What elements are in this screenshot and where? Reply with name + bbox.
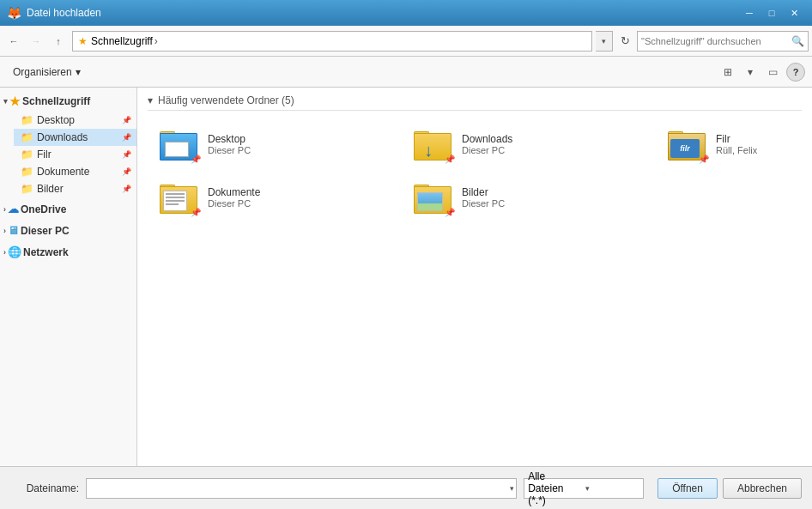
view-mode-button[interactable]: ⊞: [718, 62, 738, 82]
folder-thumb-filr: filr 📌: [666, 126, 707, 162]
folder-name-filr: Filr: [716, 133, 812, 145]
sidebar-quick-access-header[interactable]: ▾ ★ Schnellzugriff: [0, 91, 136, 112]
quick-access-items: 📁 Desktop 📌 📁 Downloads 📌 📁 Filr 📌 📁 Do: [0, 112, 136, 197]
folder-thumb-dokumente: 📌: [158, 179, 199, 215]
section-chevron-icon: ▾: [148, 94, 153, 106]
folder-info-dokumente: Dokumente Dieser PC: [208, 186, 385, 209]
folder-item-filr[interactable]: filr 📌 Filr Rüll, Felix: [659, 121, 812, 167]
bilder-pin-badge: 📌: [445, 208, 455, 217]
filetype-select[interactable]: Alle Dateien (*.*) ▾: [524, 478, 644, 499]
refresh-button[interactable]: ↻: [615, 31, 635, 52]
network-icon: 🌐: [8, 245, 21, 258]
organize-button[interactable]: Organisieren ▾: [7, 63, 87, 82]
thispc-icon: 🖥: [8, 224, 19, 237]
folder-info-downloads: Downloads Dieser PC: [462, 133, 639, 155]
folder-item-bilder[interactable]: 📌 Bilder Dieser PC: [405, 174, 645, 221]
sidebar-item-downloads[interactable]: 📁 Downloads 📌: [14, 129, 136, 146]
title-bar: 🦊 Datei hochladen ─ □ ✕: [0, 0, 812, 26]
thispc-chevron-icon: ›: [3, 227, 6, 235]
onedrive-chevron-icon: ›: [3, 205, 6, 214]
section-header: ▾ Häufig verwendete Ordner (5): [148, 94, 802, 111]
help-button[interactable]: ?: [786, 63, 805, 82]
organize-chevron-icon: ▾: [76, 66, 81, 78]
organize-label: Organisieren: [13, 66, 72, 78]
filename-input[interactable]: [90, 482, 499, 494]
title-bar-icon: 🦊: [7, 6, 21, 20]
folder-name-downloads: Downloads: [462, 133, 639, 145]
folder-sub-downloads: Dieser PC: [462, 145, 639, 155]
filr-pin-badge: 📌: [699, 155, 709, 164]
cancel-button[interactable]: Abbrechen: [723, 478, 802, 499]
sidebar-onedrive-group: › ☁ OneDrive: [0, 199, 136, 219]
sidebar-quick-access-group: ▾ ★ Schnellzugriff 📁 Desktop 📌 📁 Downloa…: [0, 91, 136, 197]
search-icon: 🔍: [791, 35, 804, 47]
bilder-folder-icon: 📁: [21, 183, 33, 195]
back-button[interactable]: ←: [3, 31, 24, 52]
sidebar-onedrive-header[interactable]: › ☁ OneDrive: [0, 199, 136, 219]
sidebar-thispc-label: Dieser PC: [21, 225, 70, 237]
star-icon: ★: [78, 35, 88, 47]
bilder-pin-icon: 📌: [122, 185, 131, 193]
address-chevron-icon: ›: [155, 35, 158, 47]
sidebar: ▾ ★ Schnellzugriff 📁 Desktop 📌 📁 Downloa…: [0, 88, 137, 466]
sidebar-network-label: Netzwerk: [23, 246, 69, 258]
folder-item-dokumente[interactable]: 📌 Dokumente Dieser PC: [151, 174, 391, 221]
up-button[interactable]: ↑: [48, 31, 69, 52]
sidebar-network-group: › 🌐 Netzwerk: [0, 242, 136, 262]
folder-item-downloads[interactable]: ↓ 📌 Downloads Dieser PC: [405, 121, 645, 167]
toolbar: Organisieren ▾ ⊞ ▾ ▭ ?: [0, 57, 812, 88]
downloads-pin-icon: 📌: [122, 133, 131, 142]
sidebar-item-desktop[interactable]: 📁 Desktop 📌: [14, 112, 136, 129]
folder-sub-bilder: Dieser PC: [462, 198, 639, 209]
network-chevron-icon: ›: [3, 248, 6, 257]
quick-access-label: Schnellzugriff: [22, 95, 90, 107]
folder-info-desktop: Desktop Dieser PC: [208, 133, 385, 155]
folder-name-dokumente: Dokumente: [208, 186, 385, 198]
forward-button[interactable]: →: [26, 31, 46, 52]
search-input[interactable]: [641, 36, 791, 46]
dokumente-pin-icon: 📌: [122, 167, 131, 176]
maximize-button[interactable]: □: [760, 4, 783, 21]
filetype-label: Alle Dateien (*.*): [528, 470, 582, 506]
open-button[interactable]: Öffnen: [657, 478, 718, 499]
sidebar-downloads-label: Downloads: [37, 131, 88, 143]
desktop-pin-icon: 📌: [122, 116, 131, 124]
folder-sub-filr: Rüll, Felix: [716, 145, 812, 155]
title-bar-controls: ─ □ ✕: [738, 4, 805, 21]
sidebar-bilder-label: Bilder: [37, 183, 64, 195]
folder-item-desktop[interactable]: 📌 Desktop Dieser PC: [151, 121, 391, 167]
quick-access-chevron-icon: ▾: [3, 97, 8, 106]
sidebar-network-header[interactable]: › 🌐 Netzwerk: [0, 242, 136, 262]
folder-info-filr: Filr Rüll, Felix: [716, 133, 812, 155]
desktop-pin-badge: 📌: [191, 155, 201, 164]
sidebar-thispc-group: › 🖥 Dieser PC: [0, 221, 136, 240]
main-content: ▾ ★ Schnellzugriff 📁 Desktop 📌 📁 Downloa…: [0, 88, 812, 466]
sidebar-onedrive-label: OneDrive: [21, 203, 66, 215]
filename-dropdown-arrow[interactable]: ▾: [510, 484, 514, 493]
dokumente-pin-badge: 📌: [191, 208, 201, 217]
minimize-button[interactable]: ─: [738, 4, 760, 21]
view-buttons: ⊞ ▾ ▭: [718, 62, 783, 82]
sidebar-item-filr[interactable]: 📁 Filr 📌: [14, 146, 136, 163]
folder-name-desktop: Desktop: [208, 133, 385, 145]
filetype-arrow-icon: ▾: [585, 484, 639, 493]
filr-pin-icon: 📌: [122, 150, 131, 159]
sidebar-item-dokumente[interactable]: 📁 Dokumente 📌: [14, 163, 136, 180]
folder-info-bilder: Bilder Dieser PC: [462, 186, 639, 209]
view-dropdown-button[interactable]: ▾: [740, 62, 760, 82]
address-path[interactable]: ★ Schnellzugriff ›: [72, 31, 592, 52]
address-dropdown-button[interactable]: ▾: [596, 31, 613, 52]
quick-access-star-icon: ★: [9, 94, 21, 108]
panel-button[interactable]: ▭: [762, 62, 783, 82]
desktop-folder-icon: 📁: [21, 114, 33, 126]
close-button[interactable]: ✕: [783, 4, 805, 21]
sidebar-desktop-label: Desktop: [37, 114, 75, 126]
sidebar-item-bilder[interactable]: 📁 Bilder 📌: [14, 180, 136, 197]
downloads-pin-badge: 📌: [445, 155, 455, 164]
sidebar-thispc-header[interactable]: › 🖥 Dieser PC: [0, 221, 136, 240]
onedrive-icon: ☁: [8, 203, 19, 215]
folder-thumb-desktop: 📌: [158, 126, 199, 162]
bottom-bar: Dateiname: ▾ Alle Dateien (*.*) ▾ Öffnen…: [0, 466, 812, 509]
bottom-actions: Öffnen Abbrechen: [657, 478, 802, 499]
filr-folder-icon: 📁: [21, 148, 33, 161]
